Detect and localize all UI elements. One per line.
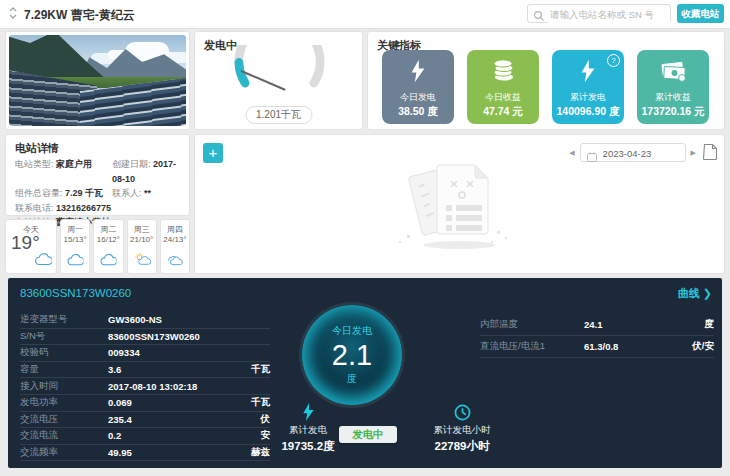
metric-value: 38.50 度 [382, 105, 454, 119]
lightning-icon [256, 402, 360, 422]
inverter-sn-tab[interactable]: 83600SSN173W0260 [20, 287, 131, 299]
weather-day-label: 周四 [161, 224, 189, 235]
table-row: 内部温度24.1度 [480, 314, 714, 336]
report-icon[interactable] [703, 143, 717, 164]
empty-state-illustration [385, 157, 535, 261]
station-title: 7.29KW 曹宅-黄纪云 [24, 7, 135, 24]
inverter-left-table: 逆变器型号GW3600-NS S/N号83600SSN173W0260 校验码0… [20, 312, 270, 461]
daily-gauge-label: 今日发电 [332, 324, 372, 338]
weather-temp: 15/13° [61, 235, 89, 244]
field-capacity: 组件总容量: 7.29 千瓦 [15, 186, 112, 201]
next-date-icon[interactable]: ▶ [691, 149, 696, 157]
metric-label: 今日发电 [382, 91, 454, 104]
station-details-title: 电站详情 [15, 141, 59, 156]
table-row: 发电功率0.069千瓦 [20, 395, 270, 412]
cloud-icon [34, 252, 52, 270]
inverter-right-table: 内部温度24.1度 直流电压/电流161.3/0.8伏/安 [480, 314, 714, 358]
table-row: 逆变器型号GW3600-NS [20, 312, 270, 329]
table-row: 接入时间2017-08-10 13:02:18 [20, 378, 270, 395]
table-row: 校验码009334 [20, 345, 270, 362]
table-row: 直流电压/电流161.3/0.8伏/安 [480, 336, 714, 358]
curve-link-label: 曲线 [678, 287, 700, 299]
generation-gauge-card: 发电中 1.201千瓦 [194, 31, 363, 130]
station-details-card: 电站详情 电站类型: 家庭户用 创建日期: 2017-08-10 组件总容量: … [5, 134, 190, 216]
metric-label: 今日收益 [467, 91, 539, 104]
weather-day-label: 周三 [128, 224, 156, 235]
gauge-value-pill: 1.201千瓦 [245, 106, 312, 124]
metric-value: 173720.16 元 [637, 105, 709, 119]
lightning-icon [552, 57, 624, 85]
station-photo[interactable] [9, 35, 186, 126]
table-row: 交流电压235.4伏 [20, 412, 270, 429]
weather-day-label: 周二 [94, 224, 122, 235]
collapse-chevron-icon[interactable] [8, 6, 18, 24]
curve-link[interactable]: 曲线 ❯ [678, 286, 712, 301]
table-row: 交流频率49.95赫兹 [20, 445, 270, 462]
key-metrics-card: 关键指标 今日发电 38.50 度 今日收益 47.74 元 ? 累计发电 14… [367, 31, 725, 130]
date-picker[interactable]: 2023-04-23 [580, 143, 686, 162]
inverter-panel: 83600SSN173W0260 曲线 ❯ 逆变器型号GW3600-NS S/N… [8, 278, 722, 468]
dashboard-page: 7.29KW 曹宅-黄纪云 收藏电站 发电中 1.201千瓦 [0, 0, 730, 476]
chart-panel: + ◀ 2023-04-23 ▶ [194, 134, 725, 274]
weather-day-mon: 周一 15/13° [60, 219, 90, 274]
field-station-type: 电站类型: 家庭户用 [15, 157, 112, 186]
cash-icon [637, 57, 709, 85]
field-create-date: 创建日期: 2017-08-10 [112, 157, 183, 186]
metric-total-generation: ? 累计发电 140096.90 度 [552, 50, 624, 124]
metric-value: 140096.90 度 [552, 105, 624, 119]
weather-temp: 24/13° [161, 235, 189, 244]
daily-gauge-unit: 度 [347, 372, 357, 386]
weather-temp: 21/10° [128, 235, 156, 244]
weather-today: 今天 19° [5, 219, 57, 274]
station-photo-card [5, 31, 190, 130]
metric-label: 累计发电 [552, 91, 624, 104]
sun-cloud-icon [133, 252, 151, 270]
status-badge: 发电中 [339, 426, 397, 443]
metric-value: 47.74 元 [467, 105, 539, 119]
lightning-icon [382, 57, 454, 85]
table-row: 交流电流0.2安 [20, 428, 270, 445]
daily-gauge-value: 2.1 [332, 340, 372, 370]
metric-today-generation: 今日发电 38.50 度 [382, 50, 454, 124]
search-box [527, 4, 671, 23]
cloud-icon [67, 252, 84, 270]
search-input[interactable] [548, 6, 670, 23]
cloud-icon [100, 252, 117, 270]
search-icon [533, 8, 545, 26]
favorite-station-button[interactable]: 收藏电站 [677, 4, 724, 23]
power-gauge [207, 45, 352, 107]
weather-day-label: 周一 [61, 224, 89, 235]
weather-temp: 19° [11, 232, 56, 254]
table-row: 容量3.6千瓦 [20, 362, 270, 379]
chevron-right-icon: ❯ [703, 287, 712, 299]
stat-value: 22789小时 [410, 439, 514, 454]
weather-strip: 今天 19° 周一 15/13° 周二 16/12° 周三 21/10° [5, 219, 190, 274]
weather-day-wed: 周三 21/10° [127, 219, 157, 274]
metric-total-income: 累计收益 173720.16 元 [637, 50, 709, 124]
daily-generation-gauge: 今日发电 2.1 度 [302, 305, 402, 405]
weather-day-tue: 周二 16/12° [93, 219, 123, 274]
prev-date-icon[interactable]: ◀ [569, 149, 574, 157]
coins-icon [467, 57, 539, 85]
clock-icon [410, 402, 514, 422]
total-hours-stat: 累计发电小时 22789小时 [410, 402, 514, 454]
top-bar: 7.29KW 曹宅-黄纪云 收藏电站 [0, 0, 730, 29]
stat-label: 累计发电小时 [410, 424, 514, 437]
metric-label: 累计收益 [637, 91, 709, 104]
calendar-icon [587, 148, 597, 166]
date-controls: ◀ 2023-04-23 ▶ [569, 143, 696, 162]
weather-temp: 16/12° [94, 235, 122, 244]
metric-today-income: 今日收益 47.74 元 [467, 50, 539, 124]
field-phone: 联系电话: 13216266775 [15, 201, 183, 216]
add-chart-button[interactable]: + [203, 143, 223, 163]
weather-day-thu: 周四 24/13° [160, 219, 190, 274]
field-contact: 联系人: ** [112, 186, 183, 201]
partly-cloudy-icon [166, 252, 183, 270]
date-value: 2023-04-23 [603, 148, 652, 159]
table-row: S/N号83600SSN173W0260 [20, 329, 270, 346]
